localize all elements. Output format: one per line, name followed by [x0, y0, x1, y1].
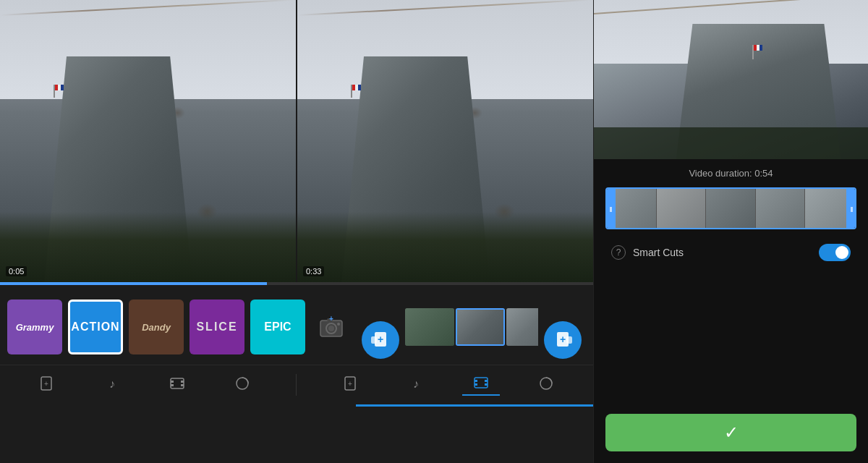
add-right-icon: +	[553, 331, 572, 349]
icon-filmstrip-left[interactable]	[158, 375, 196, 395]
svg-rect-26	[475, 383, 477, 386]
right-video-preview[interactable]	[594, 0, 868, 159]
duration-row: Video duration: 0:54	[594, 159, 868, 183]
trim-handle-right[interactable]	[846, 189, 856, 228]
spacer	[594, 271, 868, 407]
filmstrip-area: ⠿	[405, 308, 538, 346]
filmstrip-thumb-3[interactable]	[506, 308, 538, 346]
confirm-button[interactable]: ✓	[605, 414, 856, 451]
style-tile-epic[interactable]: EPIC	[250, 300, 305, 354]
bottom-icons-row-left: + ♪ + ♪	[0, 365, 593, 404]
icon-add-clip[interactable]: +	[28, 375, 66, 395]
add-clip-button-right[interactable]: +	[544, 321, 582, 359]
help-icon[interactable]: ?	[611, 245, 626, 260]
divider	[296, 374, 297, 396]
svg-rect-25	[475, 380, 477, 382]
camera-add-tile[interactable]: +	[311, 300, 352, 354]
smart-cuts-row: ? Smart Cuts	[594, 234, 868, 271]
video-preview-row: 0:05 0:33	[0, 0, 593, 282]
right-panel: Video duration: 0:54 ? Smart Cuts ✓	[593, 0, 868, 463]
timeline-progress	[0, 282, 267, 285]
style-tile-action[interactable]: ACTION	[68, 300, 123, 354]
svg-text:♪: ♪	[413, 378, 419, 390]
trim-thumb-4	[756, 189, 806, 228]
add-clip-button-left[interactable]: +	[362, 321, 399, 359]
icon-palette-right[interactable]	[527, 375, 565, 395]
icon-filmstrip-right[interactable]	[462, 375, 500, 396]
svg-point-2	[328, 326, 334, 331]
icon-music-right[interactable]: ♪	[397, 375, 435, 395]
svg-rect-24	[475, 378, 488, 388]
add-left-icon: +	[371, 331, 390, 349]
bottom-area: Grammy ACTION Dandy SLICE EPIC	[0, 285, 593, 463]
filmstrip-thumb-2[interactable]	[456, 308, 505, 346]
svg-rect-19	[181, 384, 184, 386]
smart-cuts-label: Smart Cuts	[633, 247, 812, 258]
svg-text:+: +	[329, 315, 333, 323]
svg-rect-8	[371, 336, 377, 344]
svg-text:+: +	[378, 334, 383, 345]
timestamp-2: 0:33	[303, 266, 324, 276]
trim-thumb-2	[657, 189, 707, 228]
trim-thumb-3	[706, 189, 756, 228]
svg-text:+: +	[348, 380, 352, 388]
icon-music-left[interactable]: ♪	[93, 375, 131, 395]
trim-handle-left[interactable]	[605, 189, 616, 228]
svg-rect-28	[485, 383, 488, 386]
trim-timeline[interactable]	[594, 183, 868, 234]
style-tile-dandy[interactable]: Dandy	[129, 300, 184, 354]
video-frame-2[interactable]: 0:33	[297, 0, 593, 282]
left-panel: 0:05 0:33 Grammy	[0, 0, 593, 463]
camera-icon: +	[318, 314, 344, 340]
trim-strip[interactable]	[605, 187, 856, 229]
toggle-knob	[835, 246, 848, 259]
timeline-bar[interactable]	[0, 282, 593, 285]
svg-rect-11	[566, 336, 572, 344]
style-tile-slice[interactable]: SLICE	[190, 300, 244, 354]
svg-text:♪: ♪	[109, 378, 115, 390]
icon-add-clip-right[interactable]: +	[332, 375, 370, 395]
svg-rect-16	[171, 381, 174, 383]
style-selector-row: Grammy ACTION Dandy SLICE EPIC	[0, 285, 593, 365]
svg-text:+: +	[560, 334, 566, 345]
svg-text:+: +	[44, 380, 48, 388]
svg-rect-15	[171, 378, 184, 388]
svg-rect-27	[485, 380, 488, 382]
flag-right	[752, 45, 764, 59]
svg-point-4	[337, 323, 340, 326]
filmstrip-thumb-1[interactable]	[405, 308, 454, 346]
icon-palette-left[interactable]	[224, 375, 261, 395]
video-frame-1[interactable]: 0:05	[0, 0, 296, 282]
svg-rect-17	[171, 384, 174, 386]
confirm-icon: ✓	[724, 422, 739, 443]
timestamp-1: 0:05	[6, 266, 27, 276]
smart-cuts-toggle[interactable]	[819, 244, 851, 261]
svg-rect-18	[181, 381, 184, 383]
duration-label: Video duration: 0:54	[689, 168, 773, 179]
style-tile-grammy[interactable]: Grammy	[7, 300, 62, 354]
